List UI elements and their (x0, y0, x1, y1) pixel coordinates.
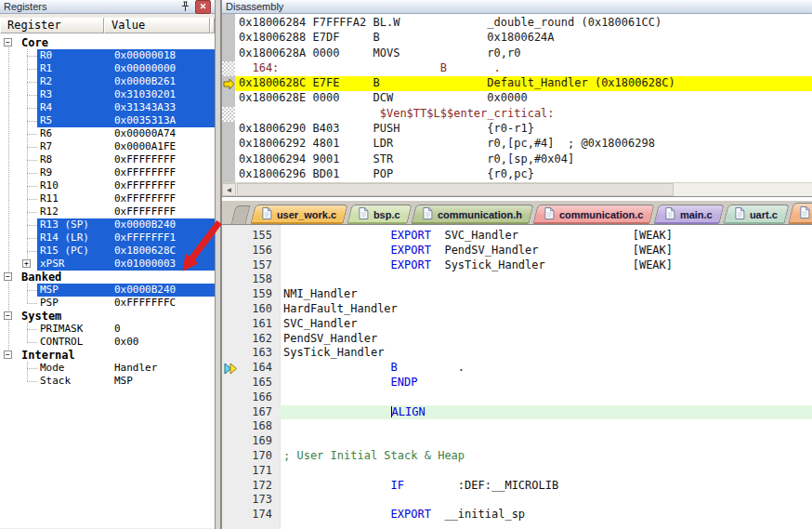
register-value[interactable]: 0 (114, 323, 121, 335)
line-number[interactable]: 173 (222, 493, 280, 508)
tree-expand-icon[interactable]: − (4, 38, 12, 46)
scrollbar-thumb[interactable] (237, 183, 674, 196)
register-row[interactable]: PRIMASK0 (0, 323, 215, 336)
register-row[interactable]: CONTROL0x00 (0, 336, 215, 349)
line-number[interactable]: 159 (222, 287, 280, 302)
register-row[interactable]: R80xFFFFFFFF (0, 153, 215, 166)
line-number[interactable]: 169 (222, 434, 280, 449)
disassembly-line[interactable]: 0x1800628C E7FE B Default_Handler (0x180… (222, 76, 812, 91)
line-number[interactable]: 172 (222, 479, 280, 494)
register-value[interactable]: 0xFFFFFFFC (114, 297, 176, 309)
register-value[interactable]: Handler (114, 362, 157, 374)
register-value[interactable]: 0x31343A33 (114, 101, 176, 113)
line-number[interactable]: 171 (222, 464, 280, 479)
code-text[interactable]: SVC_Handler (280, 317, 812, 332)
register-row[interactable]: −Core (0, 36, 215, 49)
code-text[interactable] (280, 272, 812, 287)
disassembly-line[interactable]: 0x1800628A 0000 MOVS r0,r0 (222, 46, 812, 61)
register-row[interactable]: ModeHandler (0, 362, 215, 375)
disassembly-line[interactable]: 0x1800628E 0000 DCW 0x0000 (222, 91, 812, 106)
tab-user_work.c[interactable]: user_work.c (250, 205, 347, 224)
disassembly-gutter[interactable] (222, 152, 235, 167)
register-row[interactable]: R13 (SP)0x0000B240 (0, 218, 215, 231)
register-row[interactable]: R40x31343A33 (0, 101, 215, 114)
register-row[interactable]: −Internal (0, 349, 215, 362)
line-number[interactable]: 168 (222, 419, 280, 434)
code-text[interactable]: ENDP (280, 376, 812, 390)
register-row[interactable]: MSP0x0000B240 (0, 284, 215, 297)
pin-icon[interactable] (178, 1, 191, 13)
register-value[interactable]: 0x0000B240 (114, 218, 176, 231)
tree-expand-icon[interactable]: − (4, 350, 12, 359)
register-value[interactable]: 0x00000000 (114, 62, 176, 74)
register-row[interactable]: R50x0035313A (0, 114, 215, 127)
register-row[interactable]: R10x00000000 (0, 62, 215, 75)
tab-bsp.c[interactable]: bsp.c (347, 205, 413, 224)
register-value[interactable]: 0xFFFFFFFF (114, 205, 176, 218)
line-number[interactable]: 161 (222, 317, 280, 332)
register-value[interactable]: MSP (114, 375, 133, 387)
disassembly-line[interactable]: 0x18006288 E7DF B 0x1800624A (222, 31, 812, 46)
line-number[interactable]: 170 (222, 449, 280, 464)
disassembly-line[interactable]: 0x18006292 4801 LDR r0,[pc,#4] ; @0x1800… (222, 137, 812, 152)
line-number[interactable]: 157 (222, 258, 280, 273)
register-value[interactable]: 0xFFFFFFFF (114, 192, 176, 205)
register-row[interactable]: −Banked (0, 271, 215, 284)
code-text[interactable] (280, 419, 812, 434)
code-text[interactable] (280, 434, 812, 449)
register-row[interactable]: R100xFFFFFFFF (0, 179, 215, 192)
disassembly-line[interactable]: 0x18006296 BD01 POP {r0,pc} (222, 167, 812, 182)
register-row[interactable]: R15 (PC)0x1800628C (0, 245, 215, 258)
line-number[interactable]: 155 (222, 229, 280, 244)
tree-expand-icon[interactable]: + (22, 259, 31, 268)
disassembly-gutter[interactable] (222, 31, 235, 46)
tab-communication.h[interactable]: communication.h (411, 205, 533, 224)
value-column-header[interactable]: Value (104, 18, 210, 33)
register-row[interactable]: R90xFFFFFFFF (0, 166, 215, 179)
code-text[interactable]: EXPORT SVC_Handler [WEAK] (280, 229, 812, 244)
register-row[interactable]: StackMSP (0, 375, 215, 388)
register-value[interactable]: 0x01000003 (114, 258, 176, 270)
code-text[interactable]: SysTick_Handler (280, 346, 812, 361)
register-row[interactable]: R14 (LR)0xFFFFFFF1 (0, 231, 215, 245)
register-row[interactable]: R30x31030201 (0, 88, 215, 101)
disassembly-horizontal-scrollbar[interactable]: ◄ (222, 182, 812, 196)
scroll-left-icon[interactable]: ◄ (222, 183, 236, 196)
code-text[interactable]: IF :DEF:__MICROLIB (280, 479, 812, 494)
code-text[interactable] (280, 390, 812, 405)
disassembly-gutter[interactable] (222, 61, 235, 76)
close-icon[interactable]: ✕ (195, 0, 211, 14)
disassembly-gutter[interactable] (222, 46, 235, 61)
tree-expand-icon[interactable]: − (4, 311, 12, 320)
register-value[interactable]: 0xFFFFFFFF (114, 153, 176, 165)
code-text[interactable]: ALIGN (280, 405, 812, 420)
line-number[interactable]: 174 (222, 508, 280, 522)
disassembly-gutter[interactable] (222, 16, 235, 31)
line-number[interactable]: 167 (222, 405, 280, 420)
register-row[interactable]: R00x00000018 (0, 49, 215, 62)
register-value[interactable]: 0x0035313A (114, 114, 176, 126)
line-number[interactable]: 163 (222, 346, 280, 361)
register-row[interactable]: R20x0000B261 (0, 75, 215, 88)
tab-main.c[interactable]: main.c (654, 205, 725, 224)
disassembly-gutter[interactable] (222, 122, 235, 137)
register-value[interactable]: 0x31030201 (114, 88, 176, 100)
line-number[interactable]: 166 (222, 390, 280, 405)
code-text[interactable]: NMI_Handler (280, 287, 812, 302)
line-number[interactable]: 162 (222, 332, 280, 347)
register-row[interactable]: −System (0, 310, 215, 323)
code-text[interactable] (280, 464, 812, 479)
code-text[interactable]: EXPORT __initial_sp (280, 508, 812, 522)
line-number[interactable]: 158 (222, 272, 280, 287)
code-text[interactable]: EXPORT PendSV_Handler [WEAK] (280, 244, 812, 258)
tab-communication.c[interactable]: communication.c (532, 205, 655, 224)
code-text[interactable]: HardFault_Handler (280, 302, 812, 317)
register-row[interactable]: R120xFFFFFFFF (0, 205, 215, 218)
register-value[interactable]: 0x00 (114, 336, 139, 348)
disassembly-gutter[interactable] (222, 137, 235, 152)
register-row[interactable]: PSP0xFFFFFFFC (0, 297, 215, 310)
register-value[interactable]: 0xFFFFFFFF (114, 166, 176, 179)
disassembly-gutter[interactable] (222, 167, 235, 182)
register-value[interactable]: 0x1800628C (114, 245, 176, 257)
tab-s[interactable]: s (788, 203, 812, 224)
